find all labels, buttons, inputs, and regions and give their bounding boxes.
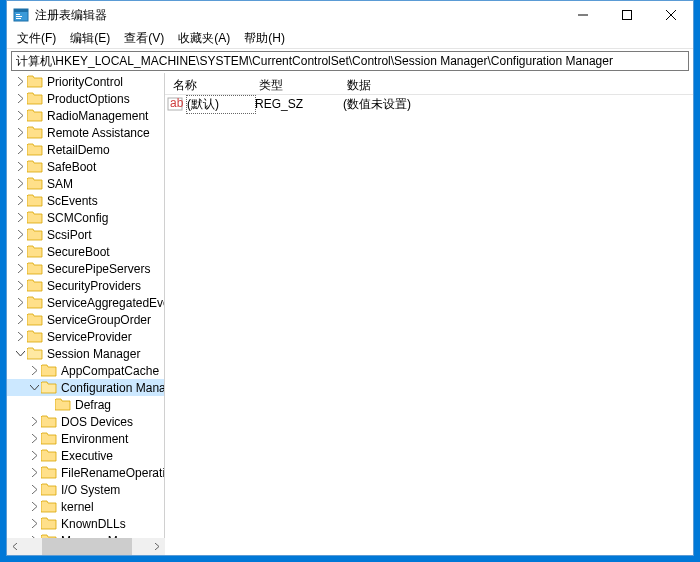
folder-icon: [41, 381, 57, 394]
tree-item-label: Session Manager: [47, 347, 140, 361]
expand-icon[interactable]: [27, 381, 41, 395]
folder-icon: [27, 296, 43, 309]
expand-icon[interactable]: [13, 262, 27, 276]
tree-item[interactable]: Environment: [7, 430, 165, 447]
folder-icon: [27, 194, 43, 207]
expand-icon[interactable]: [13, 109, 27, 123]
window-title: 注册表编辑器: [35, 7, 561, 24]
expand-icon[interactable]: [13, 245, 27, 259]
tree-item[interactable]: ServiceGroupOrder: [7, 311, 165, 328]
expand-icon[interactable]: [13, 347, 27, 361]
tree-item[interactable]: ServiceAggregatedEvents: [7, 294, 165, 311]
column-header-data[interactable]: 数据: [339, 73, 539, 94]
column-header-type[interactable]: 类型: [251, 73, 339, 94]
address-input[interactable]: [16, 54, 684, 68]
tree-item[interactable]: Session Manager: [7, 345, 165, 362]
tree-item[interactable]: ServiceProvider: [7, 328, 165, 345]
expand-icon[interactable]: [13, 194, 27, 208]
expand-icon[interactable]: [41, 398, 55, 412]
expand-icon[interactable]: [27, 415, 41, 429]
tree-item[interactable]: SecurityProviders: [7, 277, 165, 294]
expand-icon[interactable]: [13, 211, 27, 225]
tree-item[interactable]: ScEvents: [7, 192, 165, 209]
expand-icon[interactable]: [13, 330, 27, 344]
menu-help[interactable]: 帮助(H): [238, 28, 291, 49]
tree-item-label: RadioManagement: [47, 109, 148, 123]
folder-icon: [27, 330, 43, 343]
tree-item[interactable]: DOS Devices: [7, 413, 165, 430]
expand-icon[interactable]: [13, 313, 27, 327]
expand-icon[interactable]: [27, 364, 41, 378]
tree-item[interactable]: SafeBoot: [7, 158, 165, 175]
expand-icon[interactable]: [13, 92, 27, 106]
tree-item[interactable]: RadioManagement: [7, 107, 165, 124]
titlebar[interactable]: 注册表编辑器: [7, 1, 693, 29]
tree-item-label: PriorityControl: [47, 75, 123, 89]
address-bar[interactable]: [11, 51, 689, 71]
svg-rect-1: [14, 9, 28, 12]
tree-item[interactable]: I/O System: [7, 481, 165, 498]
folder-icon: [27, 313, 43, 326]
column-header-name[interactable]: 名称: [165, 73, 251, 94]
menu-favorites[interactable]: 收藏夹(A): [172, 28, 236, 49]
tree-item[interactable]: SAM: [7, 175, 165, 192]
scroll-left-button[interactable]: [7, 538, 24, 555]
expand-icon[interactable]: [27, 466, 41, 480]
tree-item[interactable]: SecurePipeServers: [7, 260, 165, 277]
list-row[interactable]: ab(默认)REG_SZ(数值未设置): [165, 95, 693, 113]
tree-item[interactable]: RetailDemo: [7, 141, 165, 158]
tree-item[interactable]: SecureBoot: [7, 243, 165, 260]
tree-item-label: I/O System: [61, 483, 120, 497]
expand-icon[interactable]: [13, 143, 27, 157]
tree-item-label: ServiceAggregatedEvents: [47, 296, 165, 310]
scroll-right-button[interactable]: [148, 538, 165, 555]
menu-view[interactable]: 查看(V): [118, 28, 170, 49]
tree-item[interactable]: Configuration Manager: [7, 379, 165, 396]
tree-item[interactable]: ScsiPort: [7, 226, 165, 243]
expand-icon[interactable]: [13, 296, 27, 310]
tree-item[interactable]: SCMConfig: [7, 209, 165, 226]
tree-item[interactable]: Remote Assistance: [7, 124, 165, 141]
menubar: 文件(F) 编辑(E) 查看(V) 收藏夹(A) 帮助(H): [7, 29, 693, 49]
tree-item[interactable]: KnownDLLs: [7, 515, 165, 532]
cell-type: REG_SZ: [255, 97, 343, 111]
expand-icon[interactable]: [13, 160, 27, 174]
maximize-button[interactable]: [605, 1, 649, 29]
minimize-button[interactable]: [561, 1, 605, 29]
tree-item[interactable]: ProductOptions: [7, 90, 165, 107]
folder-icon: [27, 211, 43, 224]
tree-pane[interactable]: PriorityControlProductOptionsRadioManage…: [7, 73, 165, 538]
expand-icon[interactable]: [27, 483, 41, 497]
expand-icon[interactable]: [13, 279, 27, 293]
close-button[interactable]: [649, 1, 693, 29]
tree-item[interactable]: AppCompatCache: [7, 362, 165, 379]
folder-icon: [27, 160, 43, 173]
expand-icon[interactable]: [13, 126, 27, 140]
folder-icon: [27, 109, 43, 122]
tree-horizontal-scrollbar[interactable]: [7, 538, 165, 555]
expand-icon[interactable]: [13, 228, 27, 242]
expand-icon[interactable]: [13, 75, 27, 89]
menu-edit[interactable]: 编辑(E): [64, 28, 116, 49]
tree-item[interactable]: Executive: [7, 447, 165, 464]
folder-icon: [41, 432, 57, 445]
svg-rect-2: [16, 14, 20, 15]
tree-item[interactable]: kernel: [7, 498, 165, 515]
tree-item[interactable]: Defrag: [7, 396, 165, 413]
scroll-thumb[interactable]: [42, 538, 132, 555]
scroll-track[interactable]: [24, 538, 148, 555]
expand-icon[interactable]: [27, 500, 41, 514]
expand-icon[interactable]: [27, 517, 41, 531]
list-body[interactable]: ab(默认)REG_SZ(数值未设置): [165, 95, 693, 538]
tree-item[interactable]: FileRenameOperations: [7, 464, 165, 481]
string-value-icon: ab: [167, 96, 183, 112]
expand-icon[interactable]: [13, 177, 27, 191]
folder-icon: [41, 364, 57, 377]
tree-item[interactable]: PriorityControl: [7, 73, 165, 90]
svg-text:ab: ab: [170, 96, 183, 110]
tree-item-label: DOS Devices: [61, 415, 133, 429]
expand-icon[interactable]: [27, 449, 41, 463]
expand-icon[interactable]: [27, 432, 41, 446]
tree-item-label: ScsiPort: [47, 228, 92, 242]
menu-file[interactable]: 文件(F): [11, 28, 62, 49]
